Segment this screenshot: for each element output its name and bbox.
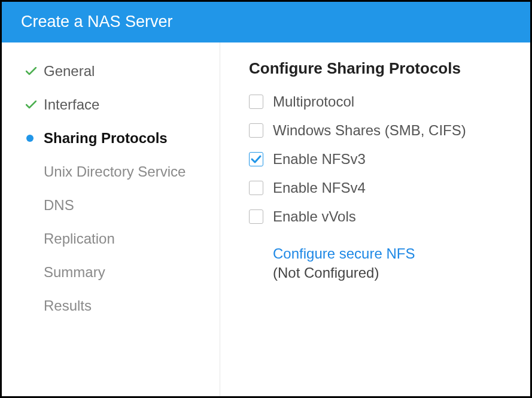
wizard-body: General Interface Sharing Protocols Unix…: [2, 42, 530, 396]
step-label: Interface: [44, 96, 99, 113]
checkbox-checked-icon[interactable]: [249, 152, 263, 166]
check-icon: [26, 67, 44, 75]
step-label: DNS: [44, 197, 74, 214]
checkbox-unchecked-icon[interactable]: [249, 181, 263, 195]
wizard-title: Create a NAS Server: [21, 13, 173, 31]
option-multiprotocol[interactable]: Multiprotocol: [249, 93, 530, 110]
step-summary[interactable]: Summary: [44, 264, 220, 281]
step-replication[interactable]: Replication: [44, 230, 220, 247]
option-enable-nfsv4[interactable]: Enable NFSv4: [249, 180, 530, 196]
option-label: Enable vVols: [273, 208, 356, 225]
current-step-dot-icon: [26, 135, 44, 142]
wizard-main-panel: Configure Sharing Protocols Multiprotoco…: [220, 42, 530, 396]
step-label: Summary: [44, 264, 105, 281]
step-general[interactable]: General: [26, 63, 220, 80]
option-label: Multiprotocol: [273, 93, 354, 110]
option-label: Enable NFSv3: [273, 151, 366, 168]
configure-secure-nfs-link[interactable]: Configure secure NFS: [273, 245, 530, 262]
panel-heading: Configure Sharing Protocols: [249, 59, 530, 78]
step-interface[interactable]: Interface: [26, 96, 220, 113]
checkbox-unchecked-icon[interactable]: [249, 209, 263, 224]
wizard-header: Create a NAS Server: [2, 2, 530, 42]
step-unix-directory-service[interactable]: Unix Directory Service: [44, 163, 220, 180]
secure-nfs-status: (Not Configured): [273, 265, 530, 281]
step-results[interactable]: Results: [44, 297, 220, 314]
wizard-steps-sidebar: General Interface Sharing Protocols Unix…: [2, 42, 220, 396]
secure-nfs-block: Configure secure NFS (Not Configured): [273, 245, 530, 281]
step-label: Sharing Protocols: [44, 130, 168, 147]
step-label: Unix Directory Service: [44, 163, 186, 180]
option-enable-nfsv3[interactable]: Enable NFSv3: [249, 151, 530, 168]
step-label: Results: [44, 297, 92, 314]
step-label: Replication: [44, 230, 115, 247]
step-dns[interactable]: DNS: [44, 197, 220, 214]
option-label: Enable NFSv4: [273, 180, 366, 196]
option-label: Windows Shares (SMB, CIFS): [273, 122, 466, 139]
step-label: General: [44, 63, 95, 80]
option-windows-shares[interactable]: Windows Shares (SMB, CIFS): [249, 122, 530, 139]
step-sharing-protocols[interactable]: Sharing Protocols: [26, 130, 220, 147]
checkbox-unchecked-icon[interactable]: [249, 123, 263, 138]
check-icon: [26, 101, 44, 109]
checkbox-unchecked-icon[interactable]: [249, 95, 263, 109]
option-enable-vvols[interactable]: Enable vVols: [249, 208, 530, 225]
